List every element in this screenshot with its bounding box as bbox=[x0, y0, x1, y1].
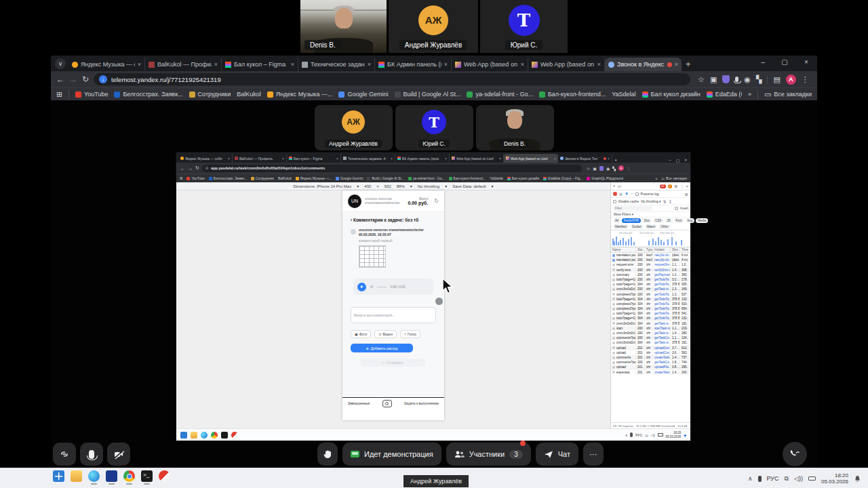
network-request-row[interactable]: completed?pag…200xhrgetTodoTa…1.3…537… bbox=[611, 292, 690, 297]
browser-tab[interactable]: Яндекс Музыка — соби× bbox=[178, 154, 233, 163]
meeting-tile-andrey[interactable]: АЖ Андрей Журавлёв bbox=[315, 105, 393, 150]
request-initiator[interactable]: navySc.lot… bbox=[653, 253, 671, 258]
video-tile-andrey[interactable]: АЖ Андрей Журавлёв bbox=[389, 0, 478, 53]
nav-todo[interactable]: Задачи к выполнению bbox=[404, 401, 439, 405]
bookmark-item[interactable]: YouTube bbox=[186, 176, 205, 180]
shared-taskbar-edge-icon[interactable] bbox=[201, 432, 208, 439]
device-dimensions[interactable]: Dimensions: iPhone 14 Pro Max bbox=[293, 184, 351, 188]
disable-cache-checkbox[interactable] bbox=[613, 200, 616, 203]
new-tab-button[interactable]: + bbox=[686, 59, 691, 69]
clear-network-icon[interactable]: ⊘ bbox=[619, 192, 623, 197]
browser-tab[interactable]: Web App (based on Litef× bbox=[528, 58, 605, 71]
tab-close-icon[interactable]: × bbox=[336, 157, 338, 161]
browser-tab[interactable]: БК Админ панель (прос× bbox=[375, 58, 452, 71]
bookmark-item[interactable]: ya-sdelal-front - Go... bbox=[467, 91, 533, 98]
taskbar-explorer-icon[interactable] bbox=[71, 470, 82, 482]
request-initiator[interactable]: uploadCon… bbox=[653, 346, 671, 350]
tray-notification-icon[interactable]: ◆ bbox=[684, 433, 686, 437]
taskbar-edge-icon[interactable] bbox=[88, 470, 100, 482]
request-initiator[interactable]: getTodoTa… bbox=[653, 316, 671, 321]
browser-tab[interactable]: БК Админ панель (прос× bbox=[395, 154, 450, 163]
network-request-row[interactable]: verify-sms200xhrverifySms.t…1.4…308… bbox=[611, 268, 690, 272]
request-initiator[interactable]: getTodoTa… bbox=[653, 282, 671, 287]
request-initiator[interactable]: uploadFile… bbox=[653, 365, 671, 369]
browser-tab[interactable]: BalKukol — Профиль× bbox=[145, 58, 222, 71]
bookmark-item[interactable]: YaSdelal bbox=[490, 176, 503, 180]
filter-chip[interactable]: All bbox=[613, 218, 620, 223]
column-header[interactable]: Name bbox=[611, 247, 636, 252]
request-initiator[interactable]: getTask.ts… bbox=[653, 340, 671, 345]
maximize-button[interactable]: ▢ bbox=[774, 56, 795, 69]
throttling-select[interactable]: No throttling bbox=[418, 184, 439, 188]
shared-forward-icon[interactable]: → bbox=[188, 166, 193, 171]
voice-button[interactable]: ⌾Голос bbox=[400, 330, 420, 338]
adblock-shield-icon[interactable] bbox=[722, 75, 730, 83]
bookmark-item[interactable]: Яндекс Музыка —... bbox=[267, 91, 333, 98]
shared-close-icon[interactable]: × bbox=[684, 158, 687, 163]
forward-icon[interactable]: → bbox=[69, 75, 77, 84]
bookmark-item[interactable]: Бал кукол дизайн bbox=[507, 176, 540, 180]
zoom-level[interactable]: 88% bbox=[397, 184, 405, 188]
profile-avatar[interactable]: A bbox=[786, 75, 796, 85]
tab-close-icon[interactable]: × bbox=[138, 61, 141, 68]
request-initiator[interactable]: requestSm… bbox=[653, 262, 671, 267]
network-request-row[interactable]: cmm3m0sDvX0a…304xhrgetTask.ts…378 B181… bbox=[611, 321, 690, 326]
tray-display-icon[interactable]: ⧉ bbox=[785, 475, 789, 483]
import-har-icon[interactable]: ↧ bbox=[669, 199, 672, 204]
shared-record-icon[interactable]: ◉ bbox=[606, 166, 610, 171]
devtools-settings-icon[interactable]: ⚙ bbox=[674, 184, 677, 188]
tab-close-icon[interactable]: × bbox=[675, 61, 678, 68]
notification-bell-icon[interactable] bbox=[854, 475, 861, 483]
menu-dots-icon[interactable]: ⋮ bbox=[802, 75, 809, 84]
bookmark-item[interactable]: BalKukol bbox=[237, 91, 261, 98]
request-initiator[interactable]: uploadCon… bbox=[653, 350, 671, 355]
taskbar-guard-icon[interactable] bbox=[159, 470, 170, 482]
participants-button[interactable]: Участники 3 bbox=[446, 443, 531, 466]
filter-chip[interactable]: Socket bbox=[630, 224, 644, 229]
back-title[interactable]: ‹ Комментарии к задаче: без тб bbox=[351, 218, 436, 222]
network-request-row[interactable]: summary200xhrgetPayman…1.2…365… bbox=[611, 272, 690, 277]
request-initiator[interactable]: getPayman… bbox=[653, 272, 671, 277]
network-request-row[interactable]: expenses201xhrcreateTask…1.4…200… bbox=[611, 370, 690, 375]
request-initiator[interactable]: verifySms.t… bbox=[653, 268, 671, 272]
taskbar-terminal-icon[interactable]: >_ bbox=[141, 470, 153, 482]
request-initiator[interactable]: getTodoTa… bbox=[653, 297, 671, 302]
tab-close-icon[interactable]: × bbox=[597, 61, 601, 68]
filter-funnel-icon[interactable]: ▼ bbox=[625, 192, 629, 196]
invert-checkbox[interactable] bbox=[675, 207, 678, 210]
network-conditions-icon[interactable]: ⇅ bbox=[663, 199, 667, 204]
shared-all-bookmarks[interactable]: ▭Все закладки bbox=[661, 176, 687, 180]
bookmark-item[interactable]: Яндекс Музыка —... bbox=[296, 176, 332, 180]
record-network-icon[interactable] bbox=[613, 192, 617, 196]
bookmark-star-icon[interactable]: ☆ bbox=[698, 75, 705, 84]
browser-tab[interactable]: Техническое задание: А× bbox=[341, 154, 395, 163]
column-header[interactable]: Initiator bbox=[653, 247, 671, 252]
request-initiator[interactable]: createTask… bbox=[653, 370, 671, 375]
preserve-log-checkbox[interactable] bbox=[635, 192, 639, 196]
browser-tab[interactable]: BalKukol — Профиль× bbox=[233, 154, 287, 163]
viewport-width[interactable]: 430 bbox=[364, 184, 371, 188]
shared-address-bar[interactable]: ⊟ app.yasdelal.ru/task/cmm3m0sDvX0af104q… bbox=[202, 165, 582, 172]
request-initiator[interactable]: navySc.lot… bbox=[653, 258, 671, 262]
bookmark-item[interactable]: Бал-кукол-frontend... bbox=[449, 176, 486, 180]
column-header[interactable]: Type bbox=[645, 247, 653, 252]
request-initiator[interactable]: getTask.ts… bbox=[653, 321, 671, 326]
bookmark-item[interactable]: Google Gemini bbox=[336, 176, 363, 180]
bookmark-item[interactable]: EdaEda (Copy) – Fig... bbox=[543, 176, 583, 180]
bookmark-item[interactable]: Сотрудники bbox=[251, 176, 274, 180]
copy-link-button[interactable] bbox=[53, 443, 76, 466]
more-filters-row[interactable]: More Filters ▾ bbox=[611, 212, 690, 218]
filter-chip[interactable]: Fetch/XHR bbox=[622, 218, 641, 223]
network-request-row[interactable]: todo?page=1&…304xhrgetTodoTa…378 B935… bbox=[611, 282, 690, 287]
network-request-row[interactable]: cmm3m0sDvX0a…200xhrgetTask.ts…1.3…169… bbox=[611, 287, 690, 291]
column-header[interactable]: Time bbox=[680, 247, 688, 252]
console-error-badge[interactable]: 10 bbox=[660, 184, 666, 188]
filter-chip[interactable]: CSS bbox=[653, 218, 663, 223]
tab-close-icon[interactable]: × bbox=[444, 61, 448, 68]
taskbar-start-icon[interactable] bbox=[53, 470, 64, 482]
shared-extension-icon[interactable]: ▣ bbox=[593, 166, 597, 171]
network-request-row[interactable]: todo?page=1&…304xhrgetTodoTa…378 B541… bbox=[611, 311, 690, 316]
network-request-row[interactable]: todo?page=1&…200xhrgetTodoTa…3.2…178… bbox=[611, 277, 690, 282]
shared-taskbar-start-icon[interactable] bbox=[180, 432, 187, 439]
network-request-row[interactable]: upload201xhruploadCon…3.7…612… bbox=[611, 346, 690, 350]
